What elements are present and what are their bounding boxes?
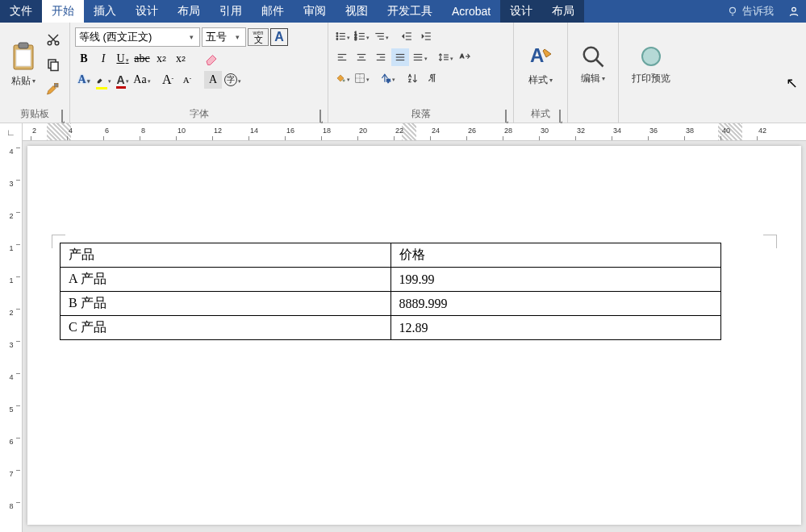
tab-devtools[interactable]: 开发工具 bbox=[378, 0, 442, 23]
paragraph-launcher[interactable] bbox=[501, 110, 511, 120]
shading-button[interactable] bbox=[333, 69, 351, 87]
tab-view[interactable]: 视图 bbox=[336, 0, 378, 23]
text-direction-button[interactable]: A bbox=[456, 48, 474, 66]
borders-button[interactable] bbox=[353, 69, 370, 87]
cut-button[interactable] bbox=[44, 31, 63, 48]
tab-insert[interactable]: 插入 bbox=[84, 0, 126, 23]
vruler-tick: 7 bbox=[0, 470, 23, 478]
char-shading-button[interactable]: A bbox=[204, 71, 222, 89]
search-icon bbox=[581, 44, 605, 69]
bullets-button[interactable] bbox=[333, 27, 351, 45]
horizontal-ruler[interactable]: 24681012141618202224262830323436384042 bbox=[23, 123, 806, 141]
paste-button[interactable]: 粘贴▾ bbox=[8, 40, 39, 89]
table-header-cell[interactable]: 价格 bbox=[390, 243, 721, 268]
pilcrow-icon bbox=[427, 73, 438, 84]
tab-table-design[interactable]: 设计 bbox=[500, 0, 542, 23]
table-cell[interactable]: 199.99 bbox=[390, 268, 721, 292]
svg-text:Z: Z bbox=[408, 78, 411, 83]
font-color-button[interactable]: A bbox=[114, 71, 132, 89]
tab-mailings[interactable]: 邮件 bbox=[252, 0, 294, 23]
vruler-tick: 1 bbox=[0, 244, 23, 252]
font-name-combo[interactable]: 等线 (西文正文)▾ bbox=[75, 27, 200, 47]
bold-button[interactable]: B bbox=[75, 50, 93, 68]
line-spacing-button[interactable] bbox=[436, 48, 454, 66]
page[interactable]: 产品 价格 A 产品 199.99 B 产品 8889.999 C 产品 12.… bbox=[27, 146, 801, 525]
copy-button[interactable] bbox=[44, 56, 63, 73]
vruler-tick: 1 bbox=[0, 276, 23, 285]
tab-references[interactable]: 引用 bbox=[210, 0, 252, 23]
asian-layout-button[interactable]: 字 bbox=[378, 69, 396, 87]
strikethrough-button[interactable]: abc bbox=[133, 50, 151, 68]
enclose-char-button[interactable]: 字 bbox=[223, 71, 241, 89]
share-button[interactable] bbox=[782, 0, 806, 23]
font-size-combo[interactable]: 五号▾ bbox=[202, 27, 246, 47]
brush-icon bbox=[46, 82, 61, 97]
character-border-button[interactable]: A bbox=[270, 28, 288, 46]
font-launcher[interactable] bbox=[315, 110, 325, 120]
underline-button[interactable]: U bbox=[114, 50, 132, 68]
shrink-font-button[interactable]: Aˇ bbox=[178, 71, 196, 89]
clipboard-launcher[interactable] bbox=[57, 110, 67, 120]
increase-indent-button[interactable] bbox=[417, 27, 435, 45]
tab-design[interactable]: 设计 bbox=[126, 0, 168, 23]
align-center-button[interactable] bbox=[353, 48, 370, 66]
multilevel-button[interactable] bbox=[372, 27, 390, 45]
align-justify-button[interactable] bbox=[391, 48, 409, 66]
align-left-button[interactable] bbox=[333, 48, 351, 66]
table-cell[interactable]: 12.89 bbox=[390, 316, 721, 340]
tab-file[interactable]: 文件 bbox=[0, 0, 42, 23]
table-cell[interactable]: 8889.999 bbox=[390, 292, 721, 316]
tab-acrobat[interactable]: Acrobat bbox=[442, 0, 500, 23]
scissors-icon bbox=[46, 32, 61, 47]
group-paragraph: 123 A 字 AZ bbox=[328, 23, 514, 123]
table-row[interactable]: C 产品 12.89 bbox=[61, 316, 721, 340]
tab-home[interactable]: 开始 bbox=[42, 0, 84, 23]
change-case-button[interactable]: Aa bbox=[133, 71, 151, 89]
highlight-button[interactable] bbox=[94, 71, 112, 89]
svg-point-61 bbox=[584, 47, 599, 61]
text-effects-button[interactable]: A bbox=[75, 71, 93, 89]
table-row[interactable]: A 产品 199.99 bbox=[61, 268, 721, 292]
table-cell[interactable]: A 产品 bbox=[61, 268, 391, 292]
show-marks-button[interactable] bbox=[424, 69, 441, 87]
table-header-cell[interactable]: 产品 bbox=[61, 243, 391, 268]
phonetic-guide-button[interactable]: wén文 bbox=[248, 28, 269, 46]
align-right-button[interactable] bbox=[372, 48, 390, 66]
tab-table-layout[interactable]: 布局 bbox=[542, 0, 584, 23]
align-distribute-button[interactable] bbox=[411, 48, 428, 66]
grow-font-button[interactable]: Aˆ bbox=[159, 71, 177, 89]
italic-button[interactable]: I bbox=[94, 50, 112, 68]
tell-me[interactable]: 告诉我 bbox=[719, 0, 782, 23]
subscript-button[interactable]: x2 bbox=[152, 50, 170, 68]
numbering-button[interactable]: 123 bbox=[353, 27, 370, 45]
decrease-indent-button[interactable] bbox=[398, 27, 416, 45]
page-scroll-area[interactable]: 产品 价格 A 产品 199.99 B 产品 8889.999 C 产品 12.… bbox=[23, 141, 806, 532]
group-label-clipboard: 剪贴板 bbox=[0, 106, 69, 123]
align-left-icon bbox=[336, 52, 348, 63]
tab-layout[interactable]: 布局 bbox=[168, 0, 210, 23]
sort-button[interactable]: AZ bbox=[404, 69, 422, 87]
styles-button[interactable]: A 样式▾ bbox=[519, 26, 562, 103]
table-cell[interactable]: B 产品 bbox=[61, 292, 391, 316]
document-area: 432112345678 产品 价格 A 产品 199.99 B 产品 8889… bbox=[0, 141, 806, 532]
vertical-ruler[interactable]: 432112345678 bbox=[0, 141, 23, 532]
table-row[interactable]: 产品 价格 bbox=[61, 243, 721, 268]
clipboard-icon bbox=[11, 42, 35, 71]
format-painter-button[interactable] bbox=[44, 81, 63, 98]
superscript-button[interactable]: x2 bbox=[172, 50, 190, 68]
clear-formatting-button[interactable] bbox=[203, 50, 220, 68]
table-cell[interactable]: C 产品 bbox=[61, 316, 391, 340]
group-clipboard: 粘贴▾ 剪贴板 bbox=[0, 23, 70, 123]
styles-launcher[interactable] bbox=[555, 110, 565, 120]
find-button[interactable]: 编辑▾ bbox=[573, 26, 613, 103]
font-name-value: 等线 (西文正文) bbox=[79, 30, 152, 44]
svg-line-62 bbox=[596, 59, 603, 66]
document-table[interactable]: 产品 价格 A 产品 199.99 B 产品 8889.999 C 产品 12.… bbox=[60, 243, 721, 340]
print-preview-button[interactable]: 打印预览 bbox=[624, 26, 679, 103]
tab-review[interactable]: 审阅 bbox=[294, 0, 336, 23]
table-row[interactable]: B 产品 8889.999 bbox=[61, 292, 721, 316]
outdent-icon bbox=[401, 31, 412, 42]
vruler-tick: 4 bbox=[0, 373, 23, 381]
chevron-down-icon[interactable]: ▾ bbox=[232, 33, 242, 41]
chevron-down-icon[interactable]: ▾ bbox=[186, 33, 196, 41]
